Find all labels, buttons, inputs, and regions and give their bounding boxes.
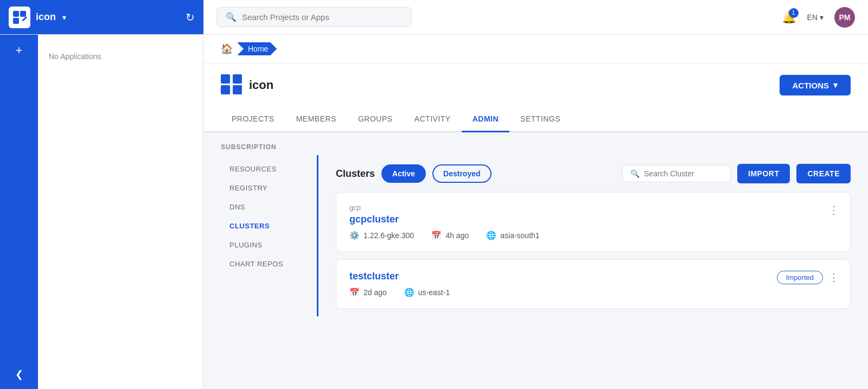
search-cluster-box: 🔍 bbox=[622, 165, 731, 182]
resource-item-resources[interactable]: RESOURCES bbox=[221, 160, 317, 178]
grid-cell-4 bbox=[233, 85, 242, 94]
cluster-time: 📅 4h ago bbox=[431, 231, 469, 240]
tab-activity[interactable]: ACTIVITY bbox=[404, 107, 462, 132]
svg-rect-1 bbox=[20, 11, 26, 17]
search-icon: 🔍 bbox=[226, 12, 237, 22]
actions-chevron-icon: ▾ bbox=[833, 80, 838, 90]
calendar-icon: 📅 bbox=[431, 231, 442, 240]
import-button[interactable]: IMPORT bbox=[737, 164, 790, 183]
home-icon[interactable]: 🏠 bbox=[221, 43, 233, 55]
cluster-more-button-gcpcluster[interactable]: ⋮ bbox=[828, 203, 839, 216]
app-logo bbox=[9, 7, 30, 28]
notification-badge: 1 bbox=[789, 8, 799, 18]
actions-button[interactable]: ACTIONS ▾ bbox=[780, 75, 851, 95]
main-layout: + ❮ No Applications 🏠 Home icon ACT bbox=[0, 35, 868, 389]
tab-projects[interactable]: PROJECTS bbox=[221, 107, 285, 132]
notifications-button[interactable]: 🔔 1 bbox=[782, 10, 796, 24]
globe-icon: 🌐 bbox=[486, 231, 496, 240]
tab-settings[interactable]: SETTINGS bbox=[509, 107, 571, 132]
subscription-label: SUBSCRIPTION bbox=[221, 132, 851, 155]
imported-badge: Imported bbox=[777, 271, 823, 284]
calendar-icon-2: 📅 bbox=[349, 288, 360, 297]
breadcrumb-home[interactable]: Home bbox=[237, 42, 277, 55]
global-search-box: 🔍 bbox=[216, 7, 412, 27]
cluster-time-label-testcluster: 2d ago bbox=[363, 288, 387, 297]
language-selector[interactable]: EN ▾ bbox=[807, 13, 824, 22]
resource-nav: RESOURCES REGISTRY DNS CLUSTERS PLUGINS … bbox=[221, 155, 851, 316]
resource-item-clusters[interactable]: CLUSTERS bbox=[221, 216, 317, 235]
cluster-version: ⚙️ 1.22.6-gke.300 bbox=[349, 231, 414, 240]
clusters-toolbar: Clusters Active Destroyed 🔍 IMPORT CREAT… bbox=[336, 155, 851, 192]
resource-item-plugins[interactable]: PLUGINS bbox=[221, 235, 317, 254]
globe-icon-2: 🌐 bbox=[404, 288, 414, 297]
content-area: 🏠 Home icon ACTIONS ▾ PROJECTS MEMBER bbox=[203, 35, 868, 389]
gear-icon: ⚙️ bbox=[349, 231, 360, 240]
cluster-meta-testcluster: 📅 2d ago 🌐 us-east-1 bbox=[349, 288, 837, 297]
cluster-name-testcluster[interactable]: testcluster bbox=[349, 271, 837, 282]
lang-chevron-icon: ▾ bbox=[820, 13, 824, 22]
resource-sidebar: RESOURCES REGISTRY DNS CLUSTERS PLUGINS … bbox=[221, 155, 318, 316]
sidebar-add-button[interactable]: + bbox=[16, 43, 23, 58]
grid-cell-2 bbox=[233, 74, 242, 84]
refresh-button[interactable]: ↻ bbox=[186, 11, 195, 24]
svg-rect-2 bbox=[13, 18, 19, 24]
clusters-panel: Clusters Active Destroyed 🔍 IMPORT CREAT… bbox=[318, 155, 851, 316]
grid-cell-3 bbox=[221, 85, 230, 94]
cluster-name-gcpcluster[interactable]: gcpcluster bbox=[349, 214, 837, 225]
cluster-more-button-testcluster[interactable]: ⋮ bbox=[828, 271, 839, 284]
search-cluster-icon: 🔍 bbox=[630, 169, 640, 178]
header-search: 🔍 bbox=[203, 7, 782, 27]
page-title: icon bbox=[249, 78, 273, 92]
global-search-input[interactable] bbox=[242, 12, 403, 22]
tab-groups[interactable]: GROUPS bbox=[347, 107, 404, 132]
resource-item-dns[interactable]: DNS bbox=[221, 197, 317, 216]
cluster-time-label: 4h ago bbox=[445, 231, 469, 240]
page-icon bbox=[221, 74, 242, 96]
svg-rect-0 bbox=[13, 11, 19, 17]
tab-members[interactable]: MEMBERS bbox=[285, 107, 347, 132]
cluster-region: 🌐 asia-south1 bbox=[486, 231, 539, 240]
sidebar-logo: icon ▾ ↻ bbox=[0, 0, 203, 34]
breadcrumb: 🏠 Home bbox=[203, 35, 868, 63]
tab-admin[interactable]: ADMIN bbox=[462, 107, 509, 132]
language-label: EN bbox=[807, 13, 818, 22]
header-actions: 🔔 1 EN ▾ PM bbox=[782, 7, 868, 28]
logo-text: icon bbox=[36, 11, 56, 23]
cluster-card-testcluster: testcluster 📅 2d ago 🌐 us-east-1 Imp bbox=[336, 259, 851, 309]
admin-content: SUBSCRIPTION RESOURCES REGISTRY DNS CLUS… bbox=[203, 132, 868, 316]
search-cluster-input[interactable] bbox=[644, 169, 723, 178]
cluster-region-testcluster: 🌐 us-east-1 bbox=[404, 288, 450, 297]
cluster-card-gcpcluster: gcp gcpcluster ⚙️ 1.22.6-gke.300 📅 4h ag… bbox=[336, 192, 851, 252]
resource-item-registry[interactable]: REGISTRY bbox=[221, 178, 317, 197]
clusters-label: Clusters bbox=[336, 168, 375, 180]
cluster-version-label: 1.22.6-gke.300 bbox=[363, 231, 414, 240]
no-applications-label: No Applications bbox=[38, 43, 203, 69]
cluster-region-label-testcluster: us-east-1 bbox=[418, 288, 450, 297]
sidebar-collapse-button[interactable]: ❮ bbox=[15, 368, 23, 380]
logo-chevron-icon[interactable]: ▾ bbox=[62, 13, 66, 22]
tabs: PROJECTS MEMBERS GROUPS ACTIVITY ADMIN S… bbox=[203, 107, 868, 132]
filter-destroyed-button[interactable]: Destroyed bbox=[432, 164, 491, 183]
left-sidebar: + ❮ bbox=[0, 35, 38, 389]
cluster-meta-gcpcluster: ⚙️ 1.22.6-gke.300 📅 4h ago 🌐 asia-south1 bbox=[349, 231, 837, 240]
nav-sidebar: No Applications bbox=[38, 35, 203, 389]
page-header: icon ACTIONS ▾ bbox=[203, 63, 868, 107]
avatar[interactable]: PM bbox=[834, 7, 855, 28]
grid-cell-1 bbox=[221, 74, 230, 84]
cluster-time-testcluster: 📅 2d ago bbox=[349, 288, 387, 297]
cluster-provider-gcp: gcp bbox=[349, 203, 837, 212]
svg-point-3 bbox=[21, 20, 23, 23]
resource-item-chart-repos[interactable]: CHART REPOS bbox=[221, 254, 317, 273]
top-header: icon ▾ ↻ 🔍 🔔 1 EN ▾ PM bbox=[0, 0, 868, 35]
create-button[interactable]: CREATE bbox=[796, 164, 851, 183]
cluster-region-label: asia-south1 bbox=[500, 231, 539, 240]
actions-label: ACTIONS bbox=[793, 81, 829, 90]
filter-active-button[interactable]: Active bbox=[381, 164, 426, 183]
